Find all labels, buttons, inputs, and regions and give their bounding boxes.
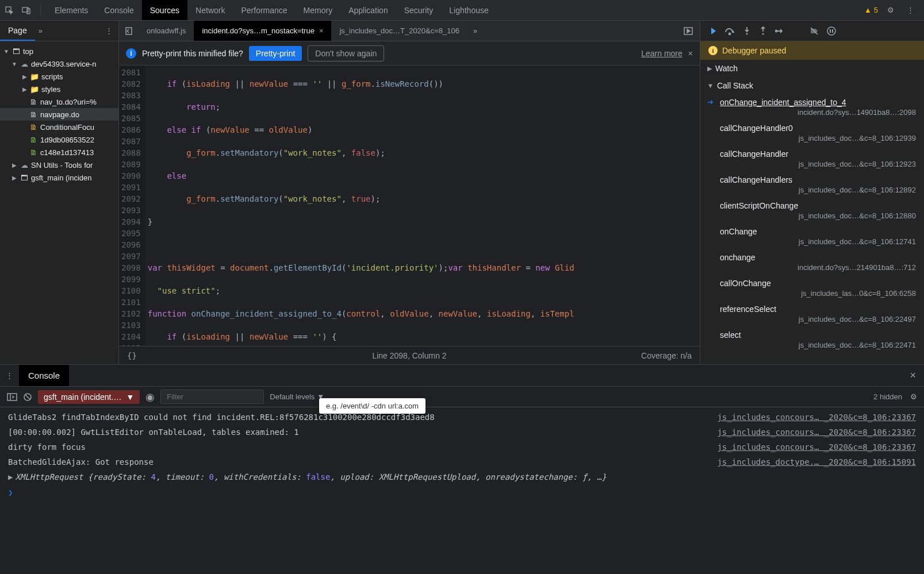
tree-file-navto[interactable]: 🗎nav_to.do?uri=% bbox=[0, 95, 118, 108]
stack-frame[interactable]: onchange incident.do?sys…214901ba8…:712 bbox=[700, 249, 924, 275]
close-icon[interactable]: × bbox=[319, 26, 324, 35]
tab-elements[interactable]: Elements bbox=[47, 0, 96, 20]
tab-console[interactable]: Console bbox=[96, 0, 141, 20]
line-gutter: 2081208220832084208520862087208820892090… bbox=[119, 66, 145, 346]
log-source[interactable]: js_includes_doctype.… _2020&c=8_106:1509… bbox=[706, 456, 916, 468]
debugger-panel: i Debugger paused ▶Watch ▼Call Stack onC… bbox=[700, 21, 924, 364]
step-out-icon[interactable] bbox=[759, 26, 767, 36]
warning-badge[interactable]: ▲ 5 bbox=[864, 6, 878, 14]
section-label: Watch bbox=[715, 64, 738, 73]
dont-show-button[interactable]: Don't show again bbox=[308, 45, 384, 61]
tree-folder-scripts[interactable]: ▶📁scripts bbox=[0, 70, 118, 83]
file-tab-2[interactable]: incident.do?sys…m_nostack=true× bbox=[194, 21, 331, 41]
stack-frame[interactable]: callOnChange js_includes_las…0&c=8_106:6… bbox=[700, 275, 924, 301]
navigator-menu-icon[interactable]: ⋮ bbox=[99, 26, 118, 35]
more-icon[interactable]: ⋮ bbox=[903, 3, 917, 17]
tree-file-2[interactable]: 🗎c148e1d137413 bbox=[0, 146, 118, 159]
console-log-row[interactable]: [00:00:00.002] GwtListEditor onTableLoad… bbox=[0, 425, 924, 440]
stack-frame[interactable]: referenceSelect js_includes_doc…&c=8_106… bbox=[700, 301, 924, 327]
pretty-print-button[interactable]: Pretty-print bbox=[249, 46, 302, 61]
device-icon[interactable] bbox=[20, 3, 33, 17]
pretty-print-bar: i Pretty-print this minified file? Prett… bbox=[119, 41, 700, 66]
clear-console-icon[interactable] bbox=[23, 392, 32, 402]
run-snippet-icon[interactable] bbox=[678, 27, 700, 35]
svg-point-5 bbox=[729, 33, 731, 34]
log-source[interactable]: js_includes_concours… _2020&c=8_106:2336… bbox=[706, 441, 916, 453]
tree-file-navpage[interactable]: 🗎navpage.do bbox=[0, 108, 118, 121]
stack-frame[interactable]: onChange js_includes_doc…&c=8_106:12741 bbox=[700, 224, 924, 249]
stack-frame[interactable]: onChange_incident_assigned_to_4 incident… bbox=[700, 94, 924, 120]
drawer-menu-icon[interactable]: ⋮ bbox=[0, 371, 19, 380]
history-back-icon[interactable] bbox=[119, 27, 139, 35]
tab-network[interactable]: Network bbox=[187, 0, 233, 20]
stack-frame[interactable]: clientScriptOnChange js_includes_doc…&c=… bbox=[700, 198, 924, 224]
frame-location: incident.do?sys…214901ba8…:712 bbox=[720, 263, 916, 272]
tree-top[interactable]: ▼🗔top bbox=[0, 45, 118, 57]
step-icon[interactable] bbox=[775, 26, 785, 36]
frame-name: clientScriptOnChange bbox=[720, 201, 916, 210]
stack-frame[interactable]: select js_includes_doc…&c=8_106:22471 bbox=[700, 327, 924, 353]
stack-frame[interactable]: callChangeHandler js_includes_doc…&c=8_1… bbox=[700, 146, 924, 172]
cursor-position: Line 2098, Column 2 bbox=[372, 351, 446, 360]
code-area[interactable]: if (isLoading || newValue === '' || g_fo… bbox=[145, 66, 700, 346]
console-log-row[interactable]: dirty form focus js_includes_concours… _… bbox=[0, 440, 924, 454]
tree-domain[interactable]: ▼☁dev54393.service-n bbox=[0, 57, 118, 70]
navigator-more-icon[interactable]: » bbox=[39, 26, 43, 35]
file-tab-3[interactable]: js_includes_doc…T_2020&c=8_106 bbox=[331, 21, 467, 41]
filter-input[interactable] bbox=[160, 390, 264, 404]
more-tabs-icon[interactable]: » bbox=[467, 26, 483, 35]
tab-application[interactable]: Application bbox=[340, 0, 396, 20]
console-sidebar-icon[interactable] bbox=[7, 393, 17, 401]
context-label: gsft_main (incident.… bbox=[44, 392, 121, 402]
learn-more-link[interactable]: Learn more bbox=[641, 49, 683, 58]
tab-performance[interactable]: Performance bbox=[233, 0, 295, 20]
frame-name: onchange bbox=[720, 253, 916, 262]
close-drawer-icon[interactable]: × bbox=[902, 369, 924, 382]
tab-sources[interactable]: Sources bbox=[142, 0, 187, 20]
callstack-section[interactable]: ▼Call Stack bbox=[700, 77, 924, 94]
console-log-row[interactable]: GlideTabs2 findTabIndexByID could not fi… bbox=[0, 410, 924, 425]
tree-label: ConditionalFocu bbox=[40, 123, 94, 132]
tab-memory[interactable]: Memory bbox=[296, 0, 341, 20]
log-source[interactable]: js_includes_concours… _2020&c=8_106:2336… bbox=[706, 426, 916, 438]
pause-exceptions-icon[interactable] bbox=[827, 26, 836, 36]
inspect-icon[interactable] bbox=[2, 3, 16, 17]
step-over-icon[interactable] bbox=[724, 26, 735, 36]
format-icon[interactable]: {} bbox=[127, 351, 137, 360]
tree-folder-styles[interactable]: ▶📁styles bbox=[0, 83, 118, 95]
log-levels-dropdown[interactable]: Default levels▼ bbox=[270, 392, 324, 401]
close-icon[interactable]: × bbox=[688, 49, 693, 58]
console-prompt[interactable]: ❯ bbox=[0, 484, 924, 500]
context-selector[interactable]: gsft_main (incident.…▼ bbox=[38, 390, 140, 404]
hidden-count[interactable]: 2 hidden bbox=[873, 392, 902, 401]
deactivate-breakpoints-icon[interactable] bbox=[810, 26, 819, 36]
console-tab[interactable]: Console bbox=[19, 365, 69, 386]
console-log-row[interactable]: BatchedGlideAjax: Got response js_includ… bbox=[0, 454, 924, 469]
svg-point-7 bbox=[762, 33, 764, 34]
console-settings-icon[interactable]: ⚙ bbox=[910, 392, 917, 401]
settings-icon[interactable]: ⚙ bbox=[884, 3, 898, 17]
tree-gsft[interactable]: ▶🗔gsft_main (inciden bbox=[0, 171, 118, 184]
console-log-row[interactable]: ▶XMLHttpRequest {readyState: 4, timeout:… bbox=[0, 469, 924, 484]
watch-section[interactable]: ▶Watch bbox=[700, 60, 924, 77]
stack-frame[interactable]: callChangeHandlers js_includes_doc…&c=8_… bbox=[700, 172, 924, 198]
page-tab[interactable]: Page bbox=[0, 21, 35, 41]
code-editor[interactable]: 2081208220832084208520862087208820892090… bbox=[119, 66, 700, 346]
callstack-list: onChange_incident_assigned_to_4 incident… bbox=[700, 94, 924, 364]
section-label: Call Stack bbox=[717, 81, 753, 90]
file-tab-1[interactable]: onloadwff.js bbox=[139, 21, 194, 41]
stack-frame[interactable]: callChangeHandler0 js_includes_doc…&c=8_… bbox=[700, 120, 924, 146]
step-into-icon[interactable] bbox=[743, 26, 751, 36]
log-source[interactable]: js_includes_concours… _2020&c=8_106:2336… bbox=[706, 411, 916, 423]
tab-lighthouse[interactable]: Lighthouse bbox=[441, 0, 497, 20]
console-output[interactable]: GlideTabs2 findTabIndexByID could not fi… bbox=[0, 407, 924, 574]
tree-file-1[interactable]: 🗎1d9db08653522 bbox=[0, 133, 118, 146]
live-expression-icon[interactable]: ◉ bbox=[145, 391, 155, 403]
tree-snutils[interactable]: ▶☁SN Utils - Tools for bbox=[0, 159, 118, 171]
resume-icon[interactable] bbox=[707, 26, 716, 36]
tree-file-cond[interactable]: 🗎ConditionalFocu bbox=[0, 121, 118, 133]
tab-security[interactable]: Security bbox=[396, 0, 442, 20]
coverage-status: Coverage: n/a bbox=[641, 351, 692, 360]
svg-point-9 bbox=[827, 27, 835, 35]
frame-location: js_includes_doc…&c=8_106:22497 bbox=[720, 315, 916, 323]
